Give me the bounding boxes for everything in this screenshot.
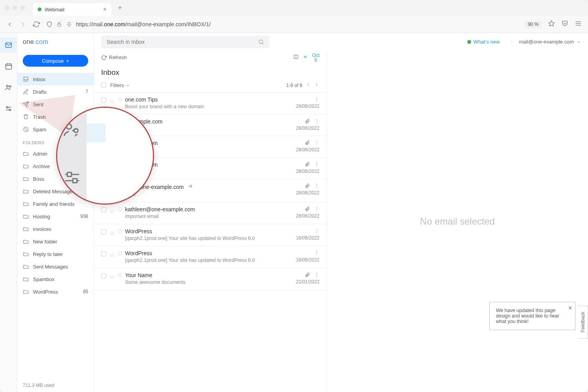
svg-point-47 bbox=[316, 274, 317, 275]
svg-point-43 bbox=[316, 251, 317, 252]
refresh-button[interactable]: Refresh bbox=[101, 54, 127, 60]
browser-tab[interactable]: Webmail × bbox=[33, 3, 111, 16]
sidebar-folder[interactable]: New folder bbox=[17, 235, 94, 248]
read-status-icon[interactable] bbox=[118, 229, 122, 233]
filters-dropdown[interactable]: Filters bbox=[110, 82, 130, 88]
attachment-icon bbox=[305, 206, 310, 212]
sidebar-folder[interactable]: Spambox bbox=[17, 273, 94, 285]
rail-settings[interactable] bbox=[0, 101, 17, 116]
svg-point-49 bbox=[66, 124, 71, 129]
star-icon[interactable]: ☆ bbox=[109, 98, 115, 105]
sidebar-folder[interactable]: Family and friends bbox=[17, 198, 94, 210]
tab-strip: Webmail × + bbox=[0, 0, 588, 16]
star-icon[interactable]: ☆ bbox=[109, 251, 115, 259]
svg-rect-54 bbox=[73, 179, 77, 183]
folder-label: Archive bbox=[33, 163, 50, 169]
attachment-icon bbox=[305, 183, 310, 189]
back-button[interactable] bbox=[6, 21, 13, 28]
rail-mail[interactable] bbox=[0, 38, 17, 53]
svg-point-24 bbox=[316, 100, 317, 101]
more-icon[interactable] bbox=[314, 272, 319, 278]
more-icon[interactable] bbox=[314, 183, 319, 189]
rail-calendar[interactable] bbox=[0, 59, 17, 74]
svg-rect-14 bbox=[7, 107, 8, 108]
message-date: 28/06/2022 bbox=[296, 169, 319, 174]
svg-line-17 bbox=[24, 127, 27, 131]
message-date: 28/06/2022 bbox=[296, 147, 319, 152]
message-from: WordPress bbox=[125, 228, 293, 234]
browser-menu-icon[interactable] bbox=[575, 20, 582, 29]
chevron-down-icon bbox=[125, 83, 130, 88]
svg-marker-1 bbox=[549, 20, 555, 26]
sidebar-folder[interactable]: Hosting938 bbox=[17, 210, 94, 223]
select-checkbox[interactable] bbox=[101, 273, 106, 278]
reload-button[interactable] bbox=[33, 21, 40, 28]
close-tab-icon[interactable]: × bbox=[103, 6, 107, 13]
sidebar-item-inbox[interactable]: Inbox bbox=[17, 73, 94, 85]
read-status-icon[interactable] bbox=[118, 251, 122, 255]
svg-point-27 bbox=[316, 122, 317, 123]
whats-new-link[interactable]: What's new bbox=[467, 39, 500, 45]
sidebar-folder[interactable]: invoices bbox=[17, 223, 94, 235]
message-date: 28/06/2022 bbox=[296, 190, 319, 196]
logo[interactable]: one.com bbox=[23, 38, 48, 46]
prev-page-button[interactable] bbox=[305, 82, 311, 89]
star-icon[interactable]: ☆ bbox=[109, 229, 115, 237]
sidebar-item-sent[interactable]: Sent bbox=[17, 98, 94, 111]
folder-label: Spam bbox=[33, 127, 46, 132]
select-checkbox[interactable] bbox=[101, 229, 106, 234]
sidebar-folder[interactable]: Sent Messages bbox=[17, 260, 94, 273]
address-box[interactable]: https://mail.one.com/mail@one-example.co… bbox=[46, 21, 519, 27]
select-checkbox[interactable] bbox=[101, 207, 106, 212]
message-row[interactable]: ☆WordPress[qacph2.1prod.one] Your site h… bbox=[94, 224, 327, 246]
close-window-icon[interactable] bbox=[5, 5, 9, 10]
collapse-icon[interactable] bbox=[303, 54, 308, 61]
new-tab-button[interactable]: + bbox=[114, 2, 125, 13]
star-icon[interactable]: ☆ bbox=[109, 273, 115, 281]
more-icon[interactable] bbox=[314, 206, 319, 212]
message-row[interactable]: ☆WordPress[qacph2.1prod.one] Your site h… bbox=[94, 246, 327, 268]
more-icon[interactable] bbox=[314, 118, 319, 124]
rail-contacts[interactable] bbox=[0, 80, 17, 95]
message-row[interactable]: ☆kathleen@one-example.comImportant email… bbox=[94, 202, 327, 224]
forward-button[interactable] bbox=[20, 21, 27, 28]
feedback-tab[interactable]: Feedback bbox=[578, 306, 588, 339]
pocket-icon[interactable] bbox=[561, 20, 568, 29]
layout-toggle-icon[interactable] bbox=[293, 54, 299, 61]
sidebar-item-drafts[interactable]: Drafts7 bbox=[17, 85, 94, 98]
more-icon[interactable] bbox=[314, 162, 319, 167]
read-status-icon[interactable] bbox=[118, 273, 122, 277]
close-popup-icon[interactable]: × bbox=[568, 305, 572, 312]
search-input[interactable] bbox=[107, 39, 255, 45]
lock-icon bbox=[56, 22, 62, 27]
bookmark-icon[interactable] bbox=[548, 20, 555, 29]
read-status-icon[interactable] bbox=[118, 207, 122, 211]
url-bar: https://mail.one.com/mail@one-example.co… bbox=[0, 16, 588, 33]
message-row[interactable]: ☆one.com TipsBoost your brand with a new… bbox=[94, 93, 327, 114]
read-status-icon[interactable] bbox=[118, 98, 122, 102]
more-icon[interactable] bbox=[314, 228, 319, 234]
message-date: 16/06/2022 bbox=[296, 235, 319, 241]
select-checkbox[interactable] bbox=[101, 98, 106, 103]
more-icon[interactable] bbox=[314, 96, 319, 102]
sidebar-folder[interactable]: Reply to later bbox=[17, 248, 94, 260]
maximize-window-icon[interactable] bbox=[20, 5, 25, 10]
select-all-checkbox[interactable] bbox=[101, 83, 106, 88]
svg-line-19 bbox=[262, 43, 263, 44]
star-icon[interactable]: ☆ bbox=[109, 207, 115, 215]
zoom-level[interactable]: 90 % bbox=[525, 21, 542, 28]
more-icon[interactable] bbox=[314, 250, 319, 256]
more-icon[interactable] bbox=[314, 140, 319, 145]
next-page-button[interactable] bbox=[314, 82, 319, 89]
select-checkbox[interactable] bbox=[101, 251, 106, 256]
message-row[interactable]: ☆Your NameSome awesome documents21/01/20… bbox=[94, 268, 327, 290]
account-dropdown[interactable]: mail@one-example.com bbox=[512, 39, 581, 45]
svg-rect-15 bbox=[9, 109, 10, 111]
search-box[interactable] bbox=[101, 36, 270, 48]
date-jump[interactable]: Oct6 bbox=[312, 53, 319, 62]
folder-label: Trash bbox=[33, 114, 46, 120]
sidebar-folder[interactable]: WordPress85 bbox=[17, 285, 94, 298]
minimize-window-icon[interactable] bbox=[13, 5, 17, 10]
compose-button[interactable]: Compose+ bbox=[23, 55, 88, 67]
svg-point-36 bbox=[316, 187, 317, 188]
